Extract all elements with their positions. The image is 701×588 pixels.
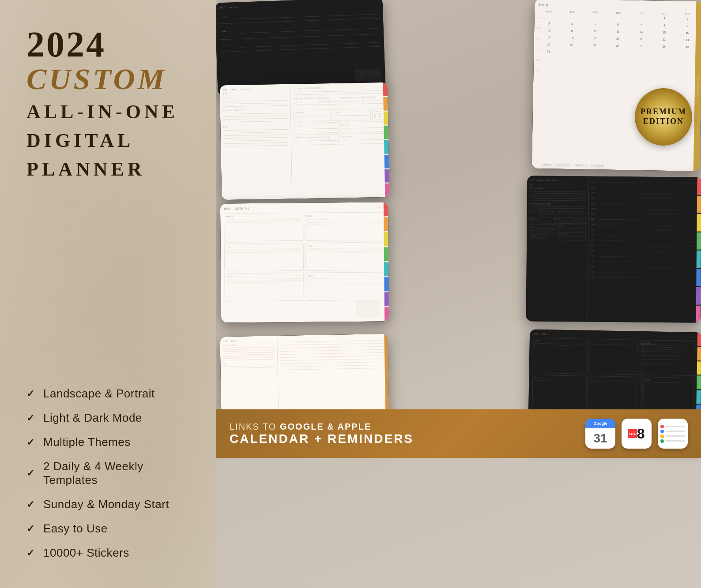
feature-themes-label: Multiple Themes [43, 435, 131, 449]
reminder-dot-yellow [660, 434, 664, 438]
banner-strong-text: GOOGLE & APPLE [280, 422, 371, 431]
tablet-weekly-light: JULY WEEKLY 1 ○ ○ ○ ○ ○ ○ MON 1 SAT 6 ON… [220, 202, 389, 322]
reminder-row-4 [660, 439, 685, 443]
google-cal-header: Google [585, 419, 615, 428]
daily-right-column: TODAY'S AFFIRMATION WHAT AM I GRATEFUL F… [290, 82, 390, 199]
google-calendar-icon: Google 31 [585, 419, 615, 449]
banner-line2: CALENDAR + REMINDERS [230, 432, 577, 446]
dark-planner-content: JULY WEEK 01 TUE 9 WED 10 THU 11 MTWTFSS… [216, 0, 386, 96]
custom-heading: CUSTOM [26, 63, 194, 96]
weekly-light-content: JULY WEEKLY 1 ○ ○ ○ ○ ○ ○ MON 1 SAT 6 ON… [220, 202, 389, 322]
reminder-dot-green [660, 439, 664, 443]
premium-text-line2: EDITION [643, 117, 684, 127]
apple-cal-header: THU [628, 429, 637, 438]
daily-time-column: JULY1 MONVIEW WEEK AM FOCUS TOP PRIORITI… [220, 84, 293, 200]
apple-cal-day: 8 [637, 426, 645, 442]
feature-item-easy: ✓ Easy to Use [26, 522, 194, 536]
apple-calendar-icon: THU 8 [622, 419, 652, 449]
reminder-line-3 [665, 435, 685, 437]
feature-light-label: Light & Dark Mode [43, 411, 142, 425]
feature-landscape-label: Landscape & Portrait [43, 387, 155, 401]
premium-badge: PREMIUM EDITION [635, 88, 692, 146]
reminder-line-1 [665, 426, 685, 427]
checkmark-icon: ✓ [26, 412, 37, 424]
reminder-row-2 [660, 430, 685, 433]
subtitle-line3: PLANNER [26, 157, 194, 182]
feature-start-label: Sunday & Monday Start [43, 498, 169, 511]
feature-item-start: ✓ Sunday & Monday Start [26, 498, 194, 511]
year-heading: 2024 [26, 26, 194, 63]
tablet-dark-weekly: JULY WEEK 01 TUE 9 WED 10 THU 11 MTWTFSS… [216, 0, 386, 96]
tablet-light-calendar: JULY MONTUE WEDTHU FRISAT SUN 1 2 345 67… [532, 0, 701, 171]
features-list: ✓ Landscape & Portrait ✓ Light & Dark Mo… [26, 387, 194, 570]
dark-daily-time: JULY1 MONVIEW WEEK AM TOP PRIORITIES TOD… [526, 176, 589, 322]
reminder-row-3 [660, 434, 685, 438]
checkmark-icon: ✓ [26, 547, 37, 559]
reminder-dot-blue [660, 430, 664, 433]
main-container: 2024 CUSTOM ALL-IN-ONE DIGITAL PLANNER ✓… [0, 0, 701, 588]
reminder-dot-red [660, 425, 664, 428]
checkmark-icon: ✓ [26, 499, 37, 510]
subtitle-line1: ALL-IN-ONE [26, 99, 194, 124]
feature-item-light: ✓ Light & Dark Mode [26, 411, 194, 425]
reminder-line-2 [665, 431, 685, 432]
tablet-white-daily: JULY1 MONVIEW WEEK AM FOCUS TOP PRIORITI… [220, 82, 389, 200]
feature-item-stickers: ✓ 10000+ Stickers [26, 546, 194, 560]
promo-banner: LINKS TO GOOGLE & APPLE CALENDAR + REMIN… [216, 409, 701, 458]
dark-daily-schedule: 5.00 6.00 7.00 8.00 9.00 10.00 11.00 PM … [588, 176, 701, 323]
white-daily-content: JULY1 MONVIEW WEEK AM FOCUS TOP PRIORITI… [220, 82, 389, 200]
reminder-row-1 [660, 425, 685, 428]
dark-daily-content: JULY1 MONVIEW WEEK AM TOP PRIORITIES TOD… [526, 176, 701, 322]
premium-text-line1: PREMIUM [641, 107, 686, 117]
left-panel: 2024 CUSTOM ALL-IN-ONE DIGITAL PLANNER ✓… [0, 0, 216, 588]
subtitle-line2: DIGITAL [26, 128, 194, 153]
app-icons-group: Google 31 THU 8 [585, 419, 688, 449]
calendar-days: 1 2 345 678 9 101112 131415 16 171819 20… [537, 13, 699, 57]
checkmark-icon: ✓ [26, 437, 37, 448]
apple-cal-body: 8 [637, 423, 645, 444]
checkmark-icon: ✓ [26, 523, 37, 535]
google-cal-body: 31 [585, 428, 615, 449]
banner-text: LINKS TO GOOGLE & APPLE CALENDAR + REMIN… [230, 422, 577, 446]
google-cal-header-text: Google [594, 421, 607, 426]
tablet-dark-daily: JULY1 MONVIEW WEEK AM TOP PRIORITIES TOD… [526, 176, 701, 322]
right-panel: JULY WEEK 01 TUE 9 WED 10 THU 11 MTWTFSS… [216, 0, 701, 588]
apple-cal-month: THU [628, 432, 637, 436]
title-block: 2024 CUSTOM ALL-IN-ONE DIGITAL PLANNER [26, 26, 194, 182]
feature-item-landscape: ✓ Landscape & Portrait [26, 387, 194, 401]
reminders-app-icon [658, 419, 688, 449]
checkmark-icon: ✓ [26, 388, 37, 400]
calendar-month-header: JULY [538, 3, 699, 10]
feature-item-themes: ✓ Multiple Themes [26, 435, 194, 449]
weekly-header: JULY WEEKLY 1 ○ ○ ○ ○ ○ ○ [224, 206, 384, 210]
feature-easy-label: Easy to Use [43, 522, 108, 536]
google-cal-number: 31 [593, 431, 607, 446]
light-calendar-content: JULY MONTUE WEDTHU FRISAT SUN 1 2 345 67… [532, 0, 701, 171]
banner-line1: LINKS TO GOOGLE & APPLE [230, 422, 577, 432]
checkmark-icon: ✓ [26, 468, 37, 479]
reminder-line-4 [665, 440, 685, 442]
feature-stickers-label: 10000+ Stickers [43, 546, 129, 560]
google-cal-inner: Google 31 [585, 419, 615, 449]
feature-templates-label: 2 Daily & 4 Weekly Templates [43, 460, 194, 487]
feature-item-templates: ✓ 2 Daily & 4 Weekly Templates [26, 460, 194, 487]
